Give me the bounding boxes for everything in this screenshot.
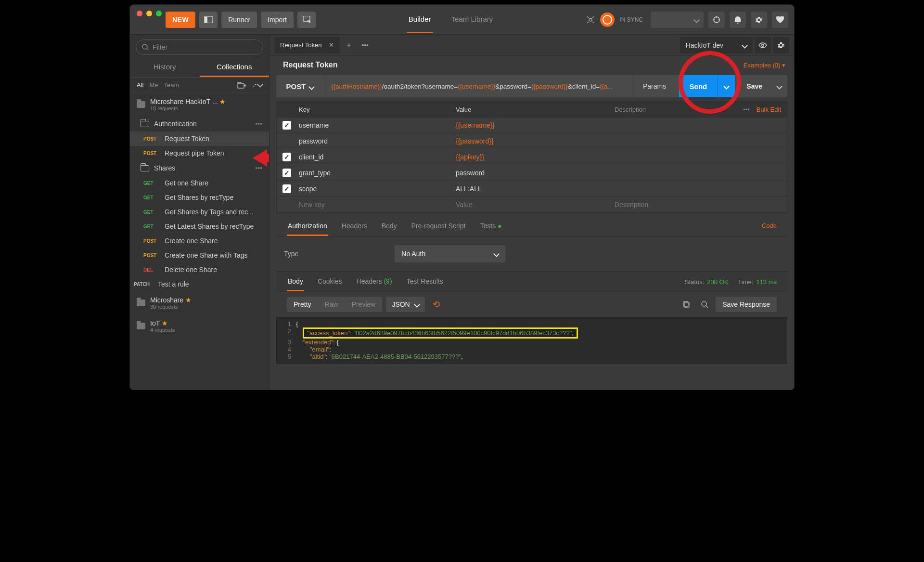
tab-body[interactable]: Body	[381, 222, 398, 236]
request-request-token[interactable]: POST Request Token	[130, 131, 269, 146]
param-row[interactable]: ✓ username {{username}}	[277, 118, 787, 133]
method-dropdown[interactable]: POST	[276, 75, 324, 97]
folder-menu-icon[interactable]: •••	[255, 120, 262, 128]
response-body[interactable]: 1{2 "access_token": "802a2d639e097bcb436…	[276, 317, 787, 364]
scope-me[interactable]: Me	[149, 81, 158, 89]
collection-iot[interactable]: IoT ★4 requests	[130, 314, 269, 338]
folder-shares[interactable]: Shares •••	[130, 160, 269, 176]
collection-microshare-hackiot[interactable]: Microshare HackIoT ... ★ 10 requests	[130, 93, 269, 116]
folder-menu-icon[interactable]: •••	[255, 164, 262, 172]
param-row[interactable]: password {{password}}	[277, 133, 787, 149]
checkbox-icon[interactable]: ✓	[282, 153, 291, 161]
satellite-icon[interactable]	[586, 15, 595, 25]
view-pretty[interactable]: Pretty	[287, 301, 318, 308]
request-test-a-rule[interactable]: PATCHTest a rule	[130, 277, 269, 291]
url-input[interactable]: {{authHostname}}/oauth2/token?username={…	[324, 75, 633, 97]
collection-microshare[interactable]: Microshare ★30 requests	[130, 291, 269, 314]
bulk-edit-link[interactable]: Bulk Edit	[757, 106, 781, 113]
request-item[interactable]: POSTCreate one Share with Tags	[130, 248, 269, 262]
send-dropdown[interactable]	[718, 75, 735, 97]
runner-button[interactable]: Runner	[221, 12, 257, 28]
capture-icon[interactable]	[708, 12, 725, 28]
request-item[interactable]: GETGet Shares by recType	[130, 190, 269, 205]
request-item[interactable]: GETGet one Share	[130, 176, 269, 190]
send-button[interactable]: Send	[679, 75, 718, 97]
layout-toggle-button[interactable]	[199, 12, 218, 28]
param-value[interactable]: {{password}}	[456, 137, 615, 145]
save-dropdown[interactable]	[771, 75, 787, 97]
more-icon[interactable]: •••	[743, 106, 750, 113]
param-row[interactable]: ✓ grant_type password	[277, 165, 787, 181]
settings-icon[interactable]	[751, 12, 767, 28]
new-button[interactable]: NEW	[166, 12, 195, 28]
search-response-icon[interactable]	[697, 297, 712, 312]
resp-tab-cookies[interactable]: Cookies	[317, 277, 343, 291]
environment-quicklook-icon[interactable]	[755, 37, 771, 53]
request-item[interactable]: POSTCreate one Share	[130, 234, 269, 248]
notifications-icon[interactable]	[730, 12, 746, 28]
sort-icon[interactable]	[253, 82, 262, 88]
heart-icon[interactable]	[772, 12, 788, 28]
tab-menu-button[interactable]: •••	[358, 38, 372, 52]
param-value[interactable]: {{apikey}}	[456, 153, 615, 161]
sidebar-tab-history[interactable]: History	[130, 58, 200, 77]
examples-link[interactable]: Examples (0) ▾	[744, 62, 785, 69]
environment-dropdown[interactable]: HackIoT dev	[680, 37, 753, 53]
environment-settings-icon[interactable]	[773, 37, 789, 53]
request-item[interactable]: GETGet Shares by Tags and rec...	[130, 205, 269, 219]
avatar[interactable]	[600, 13, 615, 27]
param-value[interactable]: ALL:ALL	[456, 185, 615, 193]
folder-authentication[interactable]: Authentication •••	[130, 116, 269, 131]
response-view-toggle[interactable]: Pretty Raw Preview	[287, 297, 382, 312]
tab-tests[interactable]: Tests●	[479, 222, 502, 236]
scope-all[interactable]: All	[137, 81, 143, 89]
param-row[interactable]: ✓ scope ALL:ALL	[277, 181, 787, 197]
tab-team-library[interactable]: Team Library	[449, 6, 495, 33]
request-tab[interactable]: Request Token ✕	[274, 37, 340, 53]
param-value[interactable]: password	[456, 169, 615, 177]
checkbox-icon[interactable]: ✓	[282, 121, 291, 130]
param-key[interactable]: client_id	[297, 153, 456, 161]
new-desc[interactable]: Description	[615, 201, 724, 209]
copy-response-icon[interactable]	[679, 297, 693, 312]
params-button[interactable]: Params	[633, 75, 676, 97]
checkbox-icon[interactable]: ✓	[282, 169, 291, 177]
request-item[interactable]: DELDelete one Share	[130, 262, 269, 277]
filter-input[interactable]: Filter	[136, 39, 263, 55]
request-request-pipe-token[interactable]: POST Request pipe Token	[130, 146, 269, 160]
resp-tab-body[interactable]: Body	[287, 277, 304, 291]
request-item[interactable]: GETGet Latest Shares by recType	[130, 219, 269, 234]
code-link[interactable]: Code	[762, 222, 777, 236]
scope-team[interactable]: Team	[164, 81, 180, 89]
auth-type-dropdown[interactable]: No Auth	[395, 245, 505, 262]
sidebar-tab-collections[interactable]: Collections	[200, 58, 270, 77]
close-tab-icon[interactable]: ✕	[329, 41, 334, 49]
param-value[interactable]: {{username}}	[456, 121, 615, 129]
new-key[interactable]: New key	[297, 201, 456, 209]
wrap-lines-icon[interactable]: ⟲	[429, 297, 444, 312]
tab-builder[interactable]: Builder	[407, 6, 433, 33]
save-button[interactable]: Save	[738, 75, 771, 97]
workspace-dropdown[interactable]	[651, 12, 704, 28]
param-key[interactable]: grant_type	[297, 169, 456, 177]
tab-headers[interactable]: Headers	[341, 222, 368, 236]
view-preview[interactable]: Preview	[345, 301, 383, 308]
param-row[interactable]: ✓ client_id {{apikey}}	[277, 149, 787, 165]
resp-tab-tests[interactable]: Test Results	[406, 277, 444, 291]
param-key[interactable]: scope	[297, 185, 456, 193]
checkbox-icon[interactable]: ✓	[282, 184, 291, 193]
response-format-dropdown[interactable]: JSON	[386, 297, 424, 312]
new-collection-icon[interactable]	[237, 82, 247, 89]
param-key[interactable]: username	[297, 121, 456, 129]
tab-prerequest[interactable]: Pre-request Script	[411, 222, 467, 236]
save-response-button[interactable]: Save Response	[716, 297, 777, 312]
new-tab-button[interactable]: ＋	[342, 38, 356, 52]
import-button[interactable]: Import	[261, 12, 294, 28]
param-row-new[interactable]: New key Value Description	[277, 197, 787, 213]
tab-authorization[interactable]: Authorization	[287, 222, 328, 236]
param-key[interactable]: password	[297, 137, 456, 145]
new-window-button[interactable]	[297, 12, 316, 28]
view-raw[interactable]: Raw	[318, 301, 345, 308]
resp-tab-headers[interactable]: Headers(9)	[356, 277, 393, 291]
new-value[interactable]: Value	[456, 201, 615, 209]
